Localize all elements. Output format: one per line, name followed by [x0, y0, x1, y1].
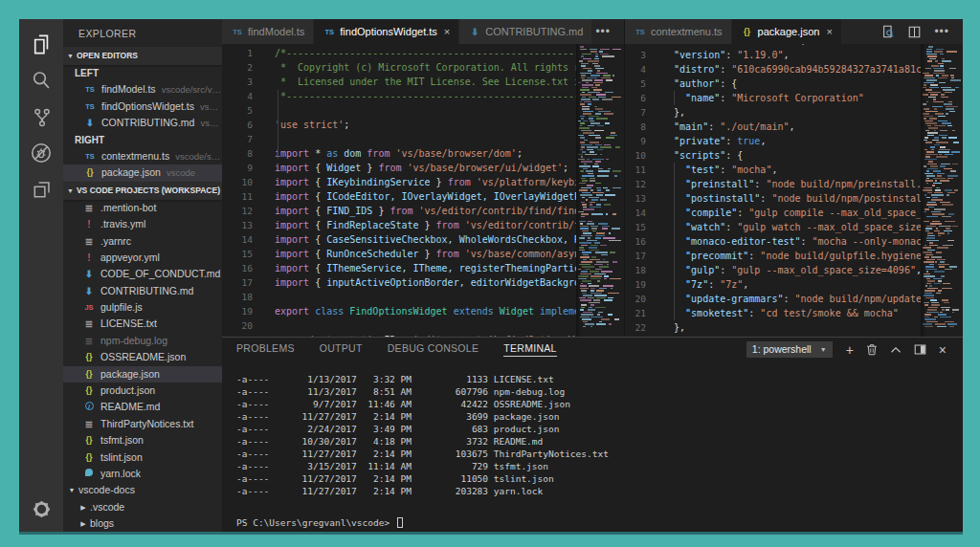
line-number: 19 — [625, 277, 646, 292]
open-editor-item[interactable]: TSfindModel.tsvscode/src/vs/... — [63, 81, 222, 98]
info-file-icon: i — [82, 399, 96, 415]
code-line: 22 }, — [625, 320, 963, 335]
tabbar-right: TScontextmenu.ts{}package.json×••• — [625, 19, 963, 44]
line-number: 21 — [625, 306, 646, 320]
file-item[interactable]: ⬇CODE_OF_CONDUCT.md — [63, 266, 222, 282]
file-item[interactable]: ≣LICENSE.txt — [63, 316, 222, 332]
line-number: 18 — [625, 263, 646, 277]
debug-icon[interactable] — [19, 135, 63, 171]
file-item[interactable]: ≣ThirdPartyNotices.txt — [63, 416, 222, 432]
file-item[interactable]: {}tsfmt.json — [63, 432, 222, 449]
code-line: 19export class FindOptionsWidget extends… — [222, 304, 624, 318]
code-line: 9import { Widget } from 'vs/base/browser… — [222, 161, 624, 175]
search-icon[interactable] — [19, 62, 63, 98]
line-number: 16 — [625, 234, 646, 249]
file-item[interactable]: {}product.json — [63, 383, 222, 399]
code-line: 8import * as dom from 'vs/base/browser/d… — [222, 146, 624, 161]
file-item[interactable]: {}package.json — [63, 366, 222, 383]
explorer-icon[interactable] — [19, 26, 63, 62]
panel-header: PROBLEMSOUTPUTDEBUG CONSOLETERMINAL 1: p… — [222, 338, 963, 361]
terminal-shell-select[interactable]: 1: powershell▼ — [746, 341, 833, 358]
editor-right[interactable]: 2 "name": "code-oss-dev",3 "version": "1… — [625, 44, 963, 337]
json-file-icon: {} — [741, 27, 754, 36]
line-number: 12 — [625, 177, 646, 191]
line-number: 20 — [625, 292, 646, 306]
open-editor-item[interactable]: TScontextmenu.tsvscode/src/... — [63, 148, 222, 164]
file-item[interactable]: !.travis.yml — [63, 216, 222, 232]
tab-findModel.ts[interactable]: TSfindModel.ts — [222, 19, 314, 44]
open-editor-item[interactable]: ⬇CONTRIBUTING.mdvscode — [63, 115, 222, 131]
terminal[interactable]: -a----1/13/20173:32 PM1133LICENSE.txt-a-… — [222, 361, 963, 532]
code-line: 10import { IKeybindingService } from 'vs… — [222, 175, 624, 189]
line-number: 9 — [625, 134, 646, 148]
file-name: appveyor.yml — [100, 250, 160, 266]
folder-item[interactable]: ▶.vscode — [63, 499, 222, 515]
tab-CONTRIBUTING.md[interactable]: ⬇CONTRIBUTING.md — [459, 19, 592, 44]
folder-name: .vscode — [90, 499, 124, 515]
line-number: 5 — [625, 77, 646, 91]
file-path: vscode — [200, 115, 222, 131]
maximize-panel-icon[interactable] — [890, 344, 902, 356]
code-line: 16 "monaco-editor-test": "mocha --only-m… — [625, 234, 963, 249]
file-item[interactable]: {}OSSREADME.json — [63, 349, 222, 365]
tab-contextmenu.ts[interactable]: TScontextmenu.ts — [625, 19, 732, 44]
terminal-row: -a----3/15/201711:14 AM729tsfmt.json — [236, 460, 963, 472]
panel-tab-output[interactable]: OUTPUT — [320, 342, 363, 357]
line-number: 14 — [222, 232, 253, 247]
open-editors-header[interactable]: ▼OPEN EDITORS — [63, 47, 222, 65]
open-preview-icon[interactable] — [881, 25, 895, 38]
extensions-icon[interactable] — [19, 171, 63, 208]
line-number: 1 — [222, 46, 253, 60]
open-editor-item[interactable]: TSfindOptionsWidget.tsvsco... — [63, 98, 222, 115]
more-actions-icon[interactable]: ••• — [595, 25, 611, 38]
code-line: 11 "test": "mocha", — [625, 163, 963, 177]
file-item[interactable]: {}tslint.json — [63, 449, 222, 466]
kill-terminal-icon[interactable] — [866, 343, 878, 356]
folder-item[interactable]: ▼vscode-docs — [63, 482, 222, 498]
more-actions-icon[interactable]: ••• — [934, 25, 949, 38]
open-editor-item[interactable]: {}package.jsonvscode — [63, 164, 222, 181]
file-item[interactable]: ⬇CONTRIBUTING.md — [63, 283, 222, 299]
split-editor-icon[interactable] — [908, 26, 921, 38]
code-line: 17import { inputActiveOptionBorder, edit… — [222, 275, 624, 290]
line-number: 11 — [625, 163, 646, 177]
panel-tab-problems[interactable]: PROBLEMS — [236, 342, 295, 357]
ts-file-icon: TS — [83, 81, 97, 98]
close-icon[interactable]: × — [444, 26, 450, 37]
panel-tab-terminal[interactable]: TERMINAL — [503, 342, 557, 357]
folder-item[interactable]: ▶blogs — [63, 515, 222, 532]
new-terminal-icon[interactable]: + — [846, 342, 854, 358]
close-icon[interactable]: × — [826, 26, 832, 37]
workspace-header[interactable]: ▼VS CODE PROJECTS (WORKSPACE) — [63, 182, 222, 200]
line-number: 16 — [222, 261, 253, 275]
line-number: 14 — [625, 206, 646, 220]
tab-package.json[interactable]: {}package.json× — [732, 19, 842, 44]
code-line: 13 "postinstall": "node build/npm/postin… — [625, 191, 963, 206]
tab-findOptionsWidget.ts[interactable]: TSfindOptionsWidget.ts× — [314, 19, 459, 44]
close-panel-icon[interactable]: × — [939, 342, 947, 358]
source-control-icon[interactable] — [19, 98, 63, 135]
file-item[interactable]: !appveyor.yml — [63, 250, 222, 266]
settings-gear-icon[interactable] — [19, 494, 63, 523]
code-line: 12 "preinstall": "node build/npm/preinst… — [625, 177, 963, 191]
json-file-icon: {} — [82, 432, 96, 449]
panel-tab-debug-console[interactable]: DEBUG CONSOLE — [388, 342, 479, 357]
code-line: 4 *-------------------------------------… — [222, 89, 624, 103]
file-item[interactable]: yarn.lock — [63, 466, 222, 482]
file-item[interactable]: ≣.yarnrc — [63, 233, 222, 250]
minimap[interactable] — [921, 44, 963, 337]
code-line: 4 "distro": "610ca6990cab94b59284327a374… — [625, 62, 963, 77]
code-line: 14import { CaseSensitiveCheckbox, WholeW… — [222, 232, 624, 247]
code-line: 16import { IThemeService, ITheme, regist… — [222, 261, 624, 275]
file-name: .mention-bot — [100, 200, 156, 216]
lines-file-icon: ≣ — [82, 316, 96, 332]
editor-left[interactable]: 1/*-------------------------------------… — [222, 44, 624, 337]
minimap[interactable] — [576, 44, 624, 337]
file-path: vscode/src/... — [175, 148, 222, 164]
file-item[interactable]: ≣npm-debug.log — [63, 333, 222, 349]
file-item[interactable]: JSgulpfile.js — [63, 299, 222, 316]
line-number: 22 — [625, 320, 646, 335]
file-item[interactable]: iREADME.md — [63, 399, 222, 415]
toggle-panel-position-icon[interactable] — [914, 343, 926, 356]
file-item[interactable]: ≣.mention-bot — [63, 200, 222, 216]
